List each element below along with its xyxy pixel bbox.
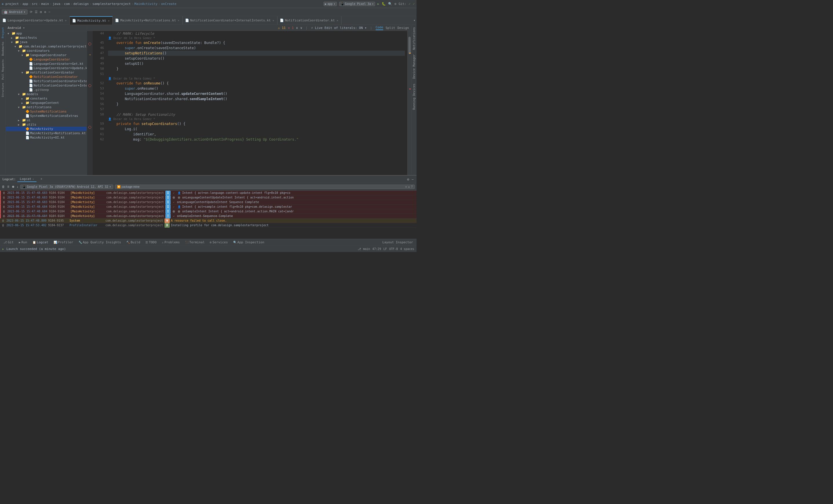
tree-item-java[interactable]: ▼ 📁 java bbox=[6, 40, 87, 44]
log-delete-btn[interactable]: 🗑 bbox=[2, 195, 6, 200]
filter-input[interactable] bbox=[122, 185, 404, 188]
tree-item-language-coordinator-file[interactable]: 🔶 LanguageCoordinator bbox=[6, 57, 87, 61]
tree-item-notifications-folder[interactable]: ▼ 📁 notifications bbox=[6, 105, 87, 109]
tree-item-main-activity-ui[interactable]: 📄 MainActivity+UI.kt bbox=[6, 135, 87, 140]
log-delete-btn[interactable]: 🗑 bbox=[1, 219, 5, 223]
tree-item-system-notifications-extras[interactable]: 📄 SystemNotificationsExtras bbox=[6, 114, 87, 118]
tree-item-notification-coordinator-file[interactable]: 🔶 NotificationCoordinator bbox=[6, 75, 87, 79]
tree-item-ui[interactable]: ▶ 📁 ui bbox=[6, 118, 87, 122]
tab-notification-internal[interactable]: 📄 NotificationCoordinator+InternalIntent… bbox=[183, 16, 278, 25]
log-delete-btn[interactable]: 🗑 bbox=[2, 205, 6, 209]
filter-clear-icon[interactable]: ✕ bbox=[405, 185, 407, 188]
app-inspection-toolbar-btn[interactable]: 🔍 App Inspection bbox=[231, 240, 267, 245]
scrollbar-thumb[interactable] bbox=[408, 37, 411, 54]
project-tab[interactable]: Project bbox=[1, 26, 4, 39]
tree-item-language-content[interactable]: ▶ 📁 languageContent bbox=[6, 101, 87, 105]
problems-toolbar-btn[interactable]: ⚠ Problems bbox=[160, 240, 182, 245]
run-config-dropdown[interactable]: ▶ app ▾ bbox=[324, 2, 337, 6]
tree-item-notification-external[interactable]: 📄 NotificationCoordinator+ExternalIntent… bbox=[6, 79, 87, 83]
tree-item-coordinators[interactable]: ▼ 📁 coordinators bbox=[6, 49, 87, 53]
minus-icon[interactable]: − bbox=[48, 10, 50, 14]
logcat-tab[interactable]: Logcat ✕ bbox=[17, 176, 36, 182]
tree-item-package[interactable]: ▼ 📁 com.delasign.samplestarterproject bbox=[6, 44, 87, 49]
pull-requests-tab[interactable]: Pull Requests bbox=[1, 58, 4, 81]
services-toolbar-btn[interactable]: ⚙ Services bbox=[208, 240, 230, 245]
run-toolbar-btn[interactable]: ▶ Run bbox=[17, 240, 29, 245]
search-icon[interactable]: 🔍 bbox=[388, 2, 392, 6]
git-toolbar-btn[interactable]: ⎇ Git bbox=[1, 240, 16, 245]
bookmarks-tab[interactable]: Bookmarks bbox=[1, 41, 4, 57]
structure-icon[interactable]: ☰ bbox=[35, 10, 38, 14]
warning-count[interactable]: ⚠ 11 bbox=[278, 26, 286, 30]
tab-close-active[interactable]: ✕ bbox=[107, 19, 110, 23]
tab-language-coordinator-update[interactable]: 📄 LanguageCoordinator+Update.kt ✕ bbox=[0, 16, 70, 25]
tab-close3[interactable]: ✕ bbox=[272, 19, 275, 22]
logcat-scroll-icon[interactable]: ↓ bbox=[17, 185, 19, 188]
tree-item-language-coordinator-update[interactable]: 📄 LanguageCoordinator+Update.kt bbox=[6, 66, 87, 70]
indent-setting[interactable]: 4 spaces bbox=[400, 247, 414, 251]
add-logcat-tab[interactable]: + bbox=[38, 176, 45, 182]
device-manager-panel-tab[interactable]: Device Manager bbox=[412, 53, 415, 80]
structure-tab[interactable]: Structure bbox=[1, 82, 4, 98]
tabs-overflow[interactable]: ▾ bbox=[412, 16, 416, 25]
log-delete-btn[interactable]: 🗑 bbox=[2, 191, 6, 195]
filter-icon[interactable]: ⊞ bbox=[40, 10, 42, 14]
logcat-minimize-icon[interactable]: − bbox=[411, 177, 414, 182]
chevron-down-icon[interactable]: ∨ bbox=[300, 26, 302, 30]
tree-item-utils[interactable]: ▶ 📁 utils bbox=[6, 122, 87, 127]
device-dropdown[interactable]: 📱 Google Pixel 3a ▾ bbox=[339, 2, 375, 6]
notifications-panel-tab[interactable]: Notifications bbox=[412, 26, 415, 51]
tree-item-constants[interactable]: ▶ 📁 constants bbox=[6, 96, 87, 101]
debug-button[interactable]: 🐛 bbox=[382, 2, 386, 6]
log-delete-btn[interactable]: 🗑 bbox=[1, 223, 5, 228]
tree-item-notification-internal[interactable]: 📄 NotificationCoordinator+InternalIntent… bbox=[6, 83, 87, 88]
tab-notification-coordinator[interactable]: 📄 NotificationCoordinator.kt ✕ bbox=[278, 16, 341, 25]
todo-toolbar-btn[interactable]: ☰ TODO bbox=[143, 240, 159, 245]
gear-icon[interactable]: ⚙ bbox=[44, 10, 46, 14]
tree-item-system-notifications[interactable]: 🔶 SystemNotifications bbox=[6, 109, 87, 114]
filter-star-icon[interactable]: ★ bbox=[408, 185, 410, 188]
tree-item-gitkeep[interactable]: 📄 .gitkeep bbox=[6, 88, 87, 92]
logcat-pause-icon[interactable]: ⏸ bbox=[7, 185, 10, 188]
layout-inspector-toolbar-btn[interactable]: Layout Inspector bbox=[380, 240, 415, 245]
tab-close2[interactable]: ✕ bbox=[177, 19, 180, 22]
tab-main-activity-notifications[interactable]: 📄 MainActivity+Notifications.kt ✕ bbox=[113, 16, 183, 25]
design-view-btn[interactable]: Design bbox=[397, 26, 409, 30]
code-view-btn[interactable]: Code bbox=[376, 25, 383, 30]
app-quality-toolbar-btn[interactable]: 🔧 App Quality Insights bbox=[76, 240, 123, 245]
logcat-play-icon[interactable]: ⏺ bbox=[11, 185, 15, 188]
tree-item-manifests[interactable]: ▶ 📁 manifests bbox=[6, 35, 87, 40]
tree-item-main-activity[interactable]: 🔶 MainActivity bbox=[6, 127, 87, 131]
sync-icon[interactable]: ⟳ bbox=[30, 10, 32, 14]
chevron-up-icon[interactable]: ∧ bbox=[296, 26, 298, 30]
log-delete-btn[interactable]: 🗑 bbox=[2, 209, 6, 214]
git-check2-icon[interactable]: ✓ bbox=[413, 2, 415, 6]
tree-item-main-activity-notifications[interactable]: 📄 MainActivity+Notifications.kt bbox=[6, 131, 87, 135]
running-devices-panel-tab[interactable]: Running Devices bbox=[412, 82, 415, 111]
device-selector[interactable]: 📱 Google Pixel 3a (O5UAY1YAFW) Android 1… bbox=[20, 184, 113, 189]
android-selector[interactable]: 🤖 Android ▾ bbox=[2, 9, 27, 15]
split-view-btn[interactable]: Split bbox=[385, 26, 395, 30]
tree-item-app[interactable]: ▼ 📁 app bbox=[6, 31, 87, 35]
filter-help-icon[interactable]: ? bbox=[411, 185, 413, 188]
log-delete-btn[interactable]: 🗑 bbox=[2, 214, 6, 219]
terminal-toolbar-btn[interactable]: ⬛ Terminal bbox=[183, 240, 207, 245]
tab-close[interactable]: ✕ bbox=[64, 19, 67, 22]
tree-item-notification-coordinator-folder[interactable]: ▼ 📁 notificationCoordinator bbox=[6, 70, 87, 75]
logcat-toolbar-btn[interactable]: 📋 Logcat bbox=[30, 240, 51, 245]
tree-item-language-coordinator-get[interactable]: 📄 LanguageCoordinator+Get.kt bbox=[6, 61, 87, 66]
git-check-icon[interactable]: ✓ bbox=[409, 2, 411, 6]
logcat-tab-close[interactable]: ✕ bbox=[32, 178, 34, 180]
settings-icon[interactable]: ⚙ bbox=[395, 2, 397, 6]
live-edit-toggle[interactable]: ⚡ Live Edit of literals: ON ▾ bbox=[311, 26, 367, 30]
log-delete-btn[interactable]: 🗑 bbox=[2, 200, 6, 205]
tab-close4[interactable]: ✕ bbox=[336, 19, 339, 22]
run-button[interactable]: ▶ bbox=[377, 2, 379, 6]
right-scrollbar[interactable] bbox=[407, 31, 411, 175]
tab-main-activity[interactable]: 📄 MainActivity.kt ✕ bbox=[70, 16, 113, 25]
git-branch[interactable]: ⎇ main bbox=[358, 247, 370, 251]
profiler-toolbar-btn[interactable]: 📊 Profiler bbox=[51, 240, 76, 245]
error-count[interactable]: ✕ 1 bbox=[288, 26, 294, 30]
build-toolbar-btn[interactable]: 🔨 Build bbox=[124, 240, 143, 245]
logcat-settings-icon[interactable]: ⚙ bbox=[407, 177, 410, 182]
